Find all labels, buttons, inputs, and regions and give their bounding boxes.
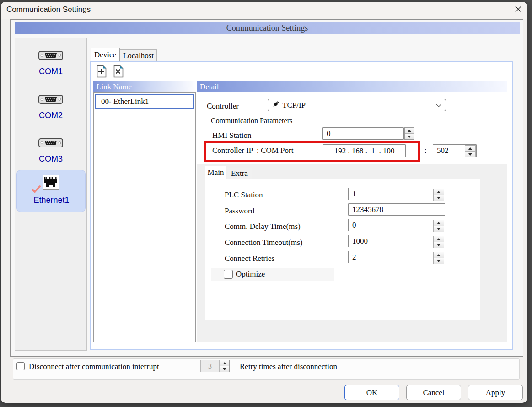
ethernet-jack-icon xyxy=(43,175,59,191)
link-list-item[interactable]: 00- EtherLink1 xyxy=(95,94,194,109)
spinner-up-icon[interactable] xyxy=(434,220,444,226)
sidebar-item-label: COM2 xyxy=(39,111,63,120)
password-value: 12345678 xyxy=(352,205,383,214)
comm-delay-value: 0 xyxy=(352,221,356,230)
com-port-field[interactable]: 502 xyxy=(433,144,477,157)
hmi-station-value: 0 xyxy=(327,129,331,138)
connection-timeout-label: Connection Timeout(ms) xyxy=(225,238,302,247)
spinner-up-icon[interactable] xyxy=(220,360,229,366)
check-icon xyxy=(32,185,41,195)
communication-parameters-title: Communication Parameters xyxy=(209,117,295,125)
spinner-down-icon[interactable] xyxy=(434,242,444,248)
spinner-down-icon[interactable] xyxy=(465,152,475,157)
plc-station-field[interactable]: 1 xyxy=(348,188,445,200)
detail-panel: Controller TCP/IP Communication Paramete… xyxy=(197,92,507,342)
controller-ip-value: 192 . 168 . 1 . 100 xyxy=(334,147,395,156)
spinner-up-icon[interactable] xyxy=(465,146,475,152)
sidebar-item-label: COM1 xyxy=(39,67,63,76)
spinner-down-icon[interactable] xyxy=(434,195,444,201)
connect-retries-label: Connect Retries xyxy=(225,254,274,263)
apply-button[interactable]: Apply xyxy=(468,385,523,400)
serial-port-icon xyxy=(38,94,63,107)
ok-button-label: OK xyxy=(366,388,378,397)
sidebar-item-label: Ethernet1 xyxy=(17,195,86,205)
banner: Communication Settings xyxy=(15,22,520,34)
spinner-down-icon[interactable] xyxy=(405,134,414,139)
tab-extra-label: Extra xyxy=(231,169,248,178)
connect-retries-value: 2 xyxy=(352,253,356,262)
connect-retries-spinner[interactable] xyxy=(433,252,444,264)
retry-times-label: Retry times after disconnection xyxy=(240,362,371,371)
com-port-spinner[interactable] xyxy=(465,145,476,157)
close-icon xyxy=(515,5,522,15)
spinner-up-icon[interactable] xyxy=(434,236,444,242)
connection-timeout-field[interactable]: 1000 xyxy=(348,235,445,247)
delete-link-button[interactable] xyxy=(112,65,125,80)
sidebar-item-label: COM3 xyxy=(39,154,63,164)
controller-ip-field[interactable]: 192 . 168 . 1 . 100 xyxy=(323,144,406,157)
link-name-header: Link Name xyxy=(93,81,196,92)
tab-extra[interactable]: Extra xyxy=(227,168,252,179)
hmi-station-field[interactable]: 0 xyxy=(322,127,404,140)
optimize-label: Optimize xyxy=(236,270,265,279)
connect-retries-field[interactable]: 2 xyxy=(348,251,445,263)
serial-port-icon xyxy=(38,137,63,150)
sidebar-item-com3[interactable]: COM3 xyxy=(15,129,86,172)
apply-button-label: Apply xyxy=(486,388,505,397)
cancel-button-label: Cancel xyxy=(423,388,444,397)
tab-device-label: Device xyxy=(94,50,116,60)
plc-station-value: 1 xyxy=(352,190,356,199)
tab-localhost-label: Localhost xyxy=(123,51,154,60)
close-button[interactable] xyxy=(511,4,525,16)
banner-title: Communication Settings xyxy=(226,23,308,33)
comm-delay-field[interactable]: 0 xyxy=(348,219,445,231)
controller-label: Controller xyxy=(207,102,239,111)
controller-dropdown[interactable]: TCP/IP xyxy=(268,99,446,111)
disconnect-checkbox[interactable] xyxy=(16,362,25,370)
tab-main[interactable]: Main xyxy=(205,166,226,179)
window-title: Communication Settings xyxy=(6,5,91,14)
main-tab-panel: PLC Station 1 Password 12345678 Comm. De… xyxy=(205,179,480,320)
link-name-header-label: Link Name xyxy=(97,82,132,92)
hmi-station-spinner[interactable] xyxy=(404,127,414,140)
password-label: Password xyxy=(225,206,254,216)
ok-button[interactable]: OK xyxy=(344,385,399,400)
optimize-checkbox[interactable] xyxy=(224,270,233,279)
ip-port-separator: : xyxy=(425,146,427,155)
add-link-icon xyxy=(96,65,107,80)
chevron-down-icon xyxy=(435,101,442,109)
comm-delay-spinner[interactable] xyxy=(433,220,444,232)
link-list: 00- EtherLink1 xyxy=(93,92,196,342)
controller-ip-label: Controller IP : COM Port xyxy=(212,146,293,155)
tab-device[interactable]: Device xyxy=(91,48,120,61)
tab-localhost[interactable]: Localhost xyxy=(120,49,157,61)
spinner-up-icon[interactable] xyxy=(434,189,444,195)
hmi-station-label: HMI Station xyxy=(212,131,251,140)
connection-timeout-value: 1000 xyxy=(352,237,368,246)
spinner-up-icon[interactable] xyxy=(434,252,444,258)
delete-link-icon xyxy=(113,65,124,80)
sidebar-item-ethernet1[interactable]: Ethernet1 xyxy=(16,170,86,212)
cancel-button[interactable]: Cancel xyxy=(406,385,461,400)
serial-port-icon xyxy=(38,50,63,63)
connection-timeout-spinner[interactable] xyxy=(433,236,444,248)
add-link-button[interactable] xyxy=(95,65,108,80)
plc-station-spinner[interactable] xyxy=(433,189,444,201)
plug-icon xyxy=(272,100,279,110)
retry-times-field: 3 xyxy=(200,360,220,372)
retry-times-value: 3 xyxy=(208,362,212,370)
spinner-down-icon[interactable] xyxy=(434,226,444,232)
spinner-up-icon[interactable] xyxy=(405,128,414,134)
sidebar-item-com1[interactable]: COM1 xyxy=(15,41,86,85)
detail-header: Detail xyxy=(197,81,507,92)
spinner-down-icon[interactable] xyxy=(220,366,229,372)
controller-value: TCP/IP xyxy=(282,101,435,110)
retry-times-spinner[interactable] xyxy=(220,360,230,372)
optimize-row: Optimize xyxy=(211,268,334,281)
spinner-down-icon[interactable] xyxy=(434,258,444,264)
link-item-label: 00- EtherLink1 xyxy=(101,97,149,106)
password-field[interactable]: 12345678 xyxy=(348,203,445,216)
sidebar-item-com2[interactable]: COM2 xyxy=(15,85,86,129)
plc-station-label: PLC Station xyxy=(225,190,263,200)
com-port-value: 502 xyxy=(437,146,449,155)
